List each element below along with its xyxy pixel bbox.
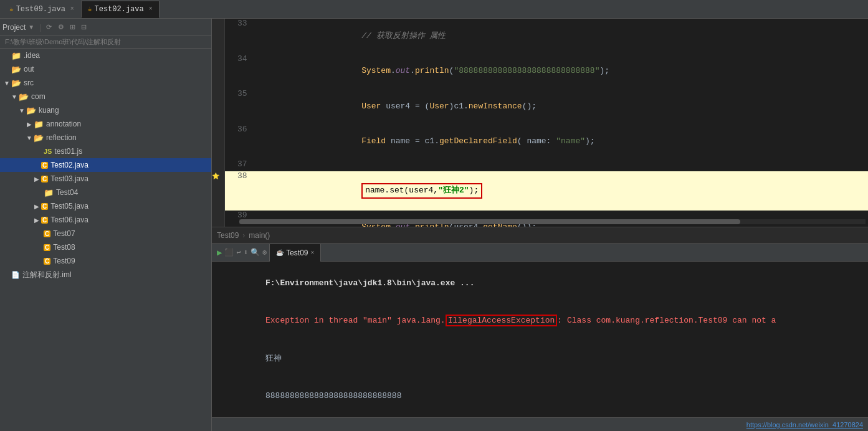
folder-icon-kuang: 📂	[26, 106, 36, 115]
console-tab-label: Test09	[286, 249, 308, 257]
arrow-test06java: ▶	[32, 217, 41, 224]
code-line-35: 35 User user4 = (User)c1.newInstance();	[212, 89, 868, 125]
line-content-39[interactable]: System.out.println(user4.getName());	[252, 211, 868, 227]
expand-icon[interactable]: ⊞	[70, 23, 75, 31]
gutter-bookmark-38: ⭐	[212, 173, 219, 180]
line-num-38: 38	[225, 171, 252, 211]
cls-system: System	[361, 66, 391, 75]
tab-test09[interactable]: ☕ Test09.java ×	[2, 1, 81, 18]
code-editor[interactable]: 33 // 获取反射操作 属性 34 System.out.println("8…	[212, 19, 868, 227]
iml-file-icon: 📄	[11, 271, 20, 279]
tab-test02-close[interactable]: ×	[149, 6, 153, 12]
project-bar: Project ▼ | ⟳ ⚙ ⊞ ⊟	[0, 19, 211, 36]
line-content-35[interactable]: User user4 = (User)c1.newInstance();	[252, 89, 868, 125]
label-iml: 注解和反射.iml	[22, 270, 72, 280]
tab-bar: ☕ Test09.java × ☕ Test02.java ×	[0, 0, 868, 19]
sidebar-item-test09[interactable]: C Test09	[0, 254, 211, 268]
stop-icon[interactable]: ⬛	[224, 248, 234, 257]
sync-icon[interactable]: ⟳	[46, 23, 52, 31]
status-right[interactable]: https://blog.csdn.net/weixin_41270824	[746, 421, 863, 429]
sidebar: Project ▼ | ⟳ ⚙ ⊞ ⊟ F:\教学\班级\Demo班\代码\注解…	[0, 19, 212, 431]
label-com: com	[31, 92, 45, 101]
line-content-37[interactable]	[252, 159, 868, 171]
str-name: "name"	[556, 136, 585, 146]
label-reflection: reflection	[46, 133, 77, 142]
line-num-33: 33	[225, 19, 252, 54]
line-content-36[interactable]: Field name = c1.getDeclaredField( name: …	[252, 125, 868, 160]
label-idea: .idea	[24, 51, 40, 60]
sidebar-item-kuang[interactable]: ▼ 📂 kuang	[0, 103, 211, 117]
label-out: out	[24, 65, 34, 73]
line-content-38[interactable]: name.set(user4,"狂神2");	[252, 171, 868, 211]
console-text-3: 狂神	[265, 354, 282, 363]
sidebar-item-test08[interactable]: C Test08	[0, 240, 211, 254]
console-line-2: Exception in thread "main" java.lang.Ill…	[212, 302, 868, 340]
sidebar-item-iml[interactable]: 📄 注解和反射.iml	[0, 268, 211, 282]
sidebar-item-test03java[interactable]: ▶ C Test03.java	[0, 172, 211, 186]
java-file-icon-tree6: C	[44, 244, 50, 251]
label-test07: Test07	[53, 229, 75, 238]
line-num-34: 34	[225, 54, 252, 90]
console-tab-close[interactable]: ×	[311, 249, 315, 256]
sidebar-item-out[interactable]: 📂 out	[0, 62, 211, 76]
folder-icon-src: 📂	[11, 78, 21, 88]
code-table: 33 // 获取反射操作 属性 34 System.out.println("8…	[212, 19, 868, 227]
breadcrumb-bar: Test09 › main()	[212, 227, 868, 243]
sidebar-item-test06java[interactable]: ▶ C Test06.java	[0, 213, 211, 227]
main-area: Project ▼ | ⟳ ⚙ ⊞ ⊟ F:\教学\班级\Demo班\代码\注解…	[0, 19, 868, 431]
arrow-annotation: ▶	[25, 121, 34, 128]
arrow-src: ▼	[2, 80, 11, 87]
method-set: set	[389, 186, 404, 195]
console-left-controls: ▶ ⬛ ↩ ⬇ 🔍 ⚙	[214, 247, 269, 258]
label-test05java: Test05.java	[50, 202, 88, 211]
folder-icon-test04: 📁	[44, 188, 54, 197]
method-println: println	[415, 66, 449, 75]
console-content[interactable]: F:\Environment\java\jdk1.8\bin\java.exe …	[212, 262, 868, 417]
sidebar-item-test07[interactable]: C Test07	[0, 227, 211, 240]
label-annotation: annotation	[46, 120, 81, 128]
line-content-33[interactable]: // 获取反射操作 属性	[252, 19, 868, 54]
sidebar-item-src[interactable]: ▼ 📂 src	[0, 76, 211, 90]
arrow-reflection: ▼	[25, 135, 34, 141]
run-icon[interactable]: ▶	[217, 247, 222, 258]
console-line-4: 8888888888888888888888888888	[212, 377, 868, 415]
arrow-com: ▼	[10, 93, 19, 100]
sidebar-item-test02java[interactable]: C Test02.java	[0, 158, 211, 172]
code-line-33: 33 // 获取反射操作 属性	[212, 19, 868, 54]
console-text-2b: java.lang.	[392, 316, 446, 325]
editor-scrollbar-track[interactable]	[239, 219, 866, 224]
scroll-icon[interactable]: ⬇	[244, 248, 248, 257]
label-src: src	[24, 78, 34, 87]
settings-icon[interactable]: ⚙	[58, 23, 64, 31]
sidebar-item-reflection[interactable]: ▼ 📂 reflection	[0, 131, 211, 144]
sidebar-item-test05java[interactable]: ▶ C Test05.java	[0, 199, 211, 213]
project-dropdown-icon[interactable]: ▼	[28, 24, 34, 31]
sidebar-item-test01js[interactable]: JS test01.js	[0, 144, 211, 158]
line-content-34[interactable]: System.out.println("88888888888888888888…	[252, 54, 868, 90]
folder-icon-reflection: 📂	[34, 133, 44, 143]
breadcrumb-method: main()	[249, 231, 270, 240]
sidebar-item-test04[interactable]: 📁 Test04	[0, 186, 211, 199]
illegal-access-exception: IllegalAccessException	[446, 315, 558, 326]
sidebar-item-annotation[interactable]: ▶ 📁 annotation	[0, 117, 211, 131]
collapse-icon[interactable]: ⊟	[81, 23, 87, 31]
tab-test02[interactable]: ☕ Test02.java ×	[81, 1, 160, 18]
label-test09: Test09	[53, 257, 75, 265]
filter-icon[interactable]: 🔍	[250, 248, 260, 257]
project-label: Project	[2, 23, 26, 32]
editor-scrollbar-thumb[interactable]	[239, 219, 740, 224]
sidebar-item-idea[interactable]: 📁 .idea	[0, 49, 211, 62]
settings-console-icon[interactable]: ⚙	[262, 248, 267, 257]
rerun-icon[interactable]: ↩	[236, 248, 241, 257]
code-line-36: 36 Field name = c1.getDeclaredField( nam…	[212, 125, 868, 160]
arrow-test03java: ▶	[32, 176, 41, 182]
method-getdeclaredfield: getDeclaredField	[439, 136, 517, 146]
java-file-icon: ☕	[9, 5, 14, 13]
sidebar-item-com[interactable]: ▼ 📂 com	[0, 90, 211, 103]
project-path-text: F:\教学\班级\Demo班\代码\注解和反射	[5, 38, 121, 45]
label-test04: Test04	[56, 188, 78, 197]
console-tab-test09[interactable]: ☕ Test09 ×	[269, 244, 321, 262]
line-num-37: 37	[225, 159, 252, 171]
console-tabs: ▶ ⬛ ↩ ⬇ 🔍 ⚙ ☕ Test09 ×	[212, 244, 868, 262]
tab-test09-close[interactable]: ×	[70, 6, 74, 12]
